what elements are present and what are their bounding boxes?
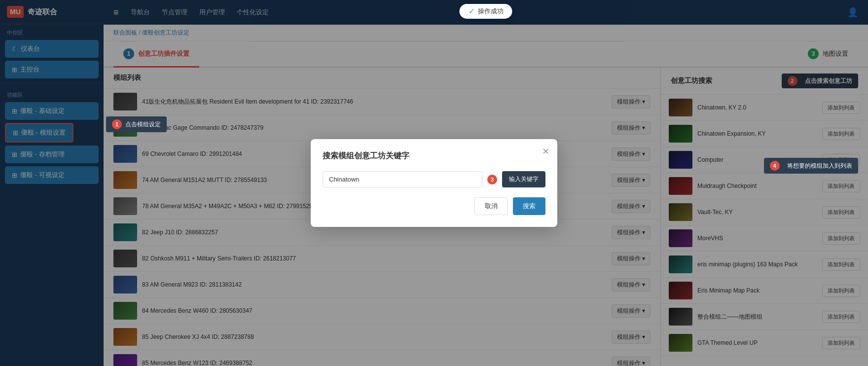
keyword-input[interactable] — [323, 171, 482, 187]
success-toast: ✓ 操作成功 — [460, 4, 512, 19]
modal-title: 搜索模组创意工坊关键字 — [323, 151, 545, 161]
modal-actions: 取消 搜索 — [323, 197, 545, 215]
hint-button[interactable]: 输入关键字 — [502, 171, 545, 187]
modal-overlay: ✕ 搜索模组创意工坊关键字 3 输入关键字 取消 搜索 — [0, 0, 868, 366]
cancel-button[interactable]: 取消 — [474, 197, 508, 215]
badge-3: 3 — [487, 175, 497, 184]
search-modal: ✕ 搜索模组创意工坊关键字 3 输入关键字 取消 搜索 — [311, 139, 557, 227]
modal-close-button[interactable]: ✕ — [542, 146, 549, 157]
search-button[interactable]: 搜索 — [513, 197, 545, 215]
toast-text: 操作成功 — [478, 7, 504, 16]
success-icon: ✓ — [469, 7, 475, 16]
modal-input-row: 3 输入关键字 — [323, 171, 545, 187]
